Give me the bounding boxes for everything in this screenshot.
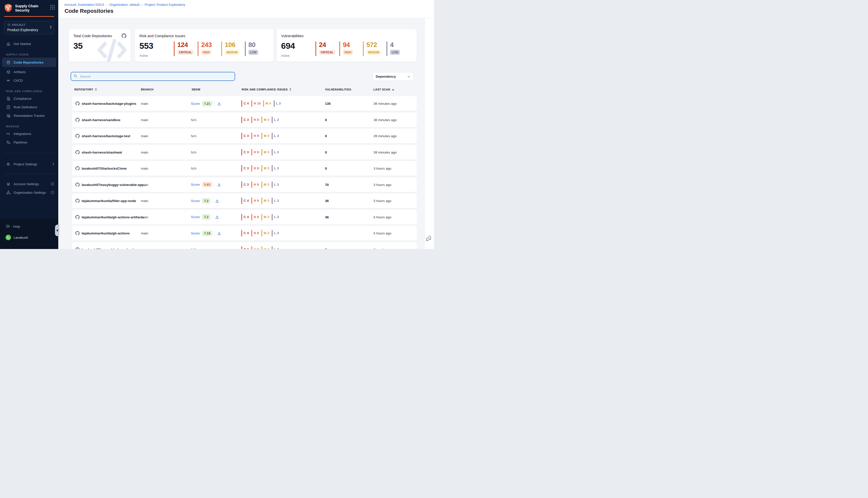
- sidebar-item-pipelines[interactable]: Pipelines: [0, 138, 58, 146]
- table-row[interactable]: tejakummarikuntla/gh-actions-artifacts m…: [72, 210, 417, 224]
- sbom-score-link[interactable]: Score: [191, 215, 200, 219]
- cube-icon: [7, 23, 11, 27]
- table-row[interactable]: shash-harness/backstage-plugins main Sco…: [72, 96, 417, 111]
- severity-chip: M 3: [262, 149, 269, 156]
- download-sbom-icon[interactable]: [217, 102, 221, 106]
- last-scan-cell: 3 hours ago: [373, 167, 391, 170]
- sbom-score-link[interactable]: Score: [191, 199, 200, 203]
- repo-name: tejakummarikuntla/gh-actions-artifacts: [82, 215, 144, 219]
- download-sbom-icon[interactable]: [215, 199, 219, 203]
- search-input[interactable]: [79, 74, 232, 79]
- severity-chip-label: C 4: [244, 215, 249, 219]
- severity-chip: H 9: [251, 246, 259, 249]
- branch-cell: main: [141, 102, 148, 106]
- table-row[interactable]: tejakummarikuntla/gh-actions main Score7…: [72, 226, 417, 240]
- severity-column: 80 LOW: [245, 41, 258, 56]
- sidebar-item-project-settings[interactable]: ⚙ Project Settings: [0, 160, 58, 168]
- severity-chip: M 4: [263, 100, 271, 107]
- severity-chip: L 3: [272, 214, 279, 220]
- download-sbom-icon[interactable]: [215, 215, 219, 219]
- severity-bar: [251, 197, 252, 204]
- github-icon: [75, 166, 80, 171]
- sidebar-item-integrations[interactable]: Integrations: [0, 129, 58, 138]
- sidebar-item-artifacts[interactable]: Artifacts: [0, 68, 58, 76]
- table-row[interactable]: lavakush07/easybuggy-vulnerable-app... m…: [72, 178, 417, 192]
- sidebar-collapse-handle[interactable]: [55, 225, 59, 236]
- table-row[interactable]: tejakummarikuntla/filler-app-node main S…: [72, 194, 417, 208]
- severity-chip: H 9: [251, 230, 259, 236]
- table-rows: shash-harness/backstage-plugins main Sco…: [72, 96, 417, 249]
- last-scan-cell: 36 minutes ago: [373, 102, 397, 106]
- severity-chip: H 10: [251, 100, 261, 107]
- severity-chip-label: C 4: [244, 102, 249, 105]
- sidebar-item-account-settings[interactable]: Account Settings: [0, 180, 58, 188]
- divider: [215, 182, 215, 188]
- severity-columns: 24 CRITICAL 94 HIGH 572 MEDIUM 4 LOW: [277, 29, 417, 62]
- sidebar-item-cicd[interactable]: ∞ CI/CD: [0, 76, 58, 85]
- sbom-score-link[interactable]: Score: [191, 183, 200, 186]
- breadcrumb-link[interactable]: Project: Product Exploratory: [145, 3, 185, 6]
- card-title: Total Code Repositories: [74, 34, 112, 38]
- column-header-repository[interactable]: REPOSITORY: [74, 88, 97, 91]
- sidebar-item-help[interactable]: ? Help: [0, 222, 58, 231]
- severity-bar: [241, 230, 242, 236]
- repo-name: shash-harness/sandbox: [82, 118, 121, 122]
- severity-chip: M 3: [262, 181, 269, 188]
- table-row[interactable]: shash-harness/backstage-test main N/A C …: [72, 129, 417, 143]
- app-switcher-icon[interactable]: [50, 5, 55, 10]
- download-sbom-icon[interactable]: [217, 183, 221, 186]
- branch-cell: main: [141, 183, 148, 186]
- support-chat-icon[interactable]: [426, 235, 432, 243]
- filter-dropdown[interactable]: Dependency: [373, 72, 414, 81]
- breadcrumb-link[interactable]: Account: Automation-SSCA: [64, 3, 104, 6]
- card-risk-issues: Risk and Compliance Issues 553 Active 12…: [135, 29, 274, 62]
- issues-cell: C 3 H 9 M 4 L 3: [241, 246, 279, 249]
- severity-chip-label: M 4: [264, 118, 269, 122]
- vulnerability-count: 70: [325, 183, 329, 186]
- sidebar-item-code-repositories[interactable]: Code Repositories: [2, 57, 56, 67]
- sbom-na: N/A: [191, 118, 197, 122]
- sidebar-item-remediation-tracker[interactable]: Remediation Tracker: [0, 111, 58, 120]
- table-row[interactable]: lavakush07/argocd-hub-spoke-demo main N/…: [72, 242, 417, 249]
- download-sbom-icon[interactable]: [217, 232, 221, 235]
- severity-count: 572: [366, 41, 381, 48]
- column-header-risk-issues[interactable]: RISK AND COMPLIANCE ISSUES: [242, 88, 291, 91]
- severity-chip: C 3: [241, 181, 249, 188]
- info-icon[interactable]: [51, 191, 54, 194]
- table-row[interactable]: lavakush07/StarbucksClone main N/A C 3 H…: [72, 161, 417, 175]
- user-menu[interactable]: L Lavakush: [0, 233, 58, 242]
- severity-badge: MEDIUM: [225, 50, 239, 55]
- sidebar-item-compliance[interactable]: Compliance: [0, 94, 58, 103]
- sidebar-item-rule-definitions[interactable]: Rule Definitions: [0, 103, 58, 111]
- column-header-last-scan[interactable]: LAST SCAN: [373, 88, 394, 91]
- sidebar-item-label: Project Settings: [14, 162, 37, 166]
- info-icon[interactable]: [51, 182, 54, 186]
- project-selector[interactable]: PROJECT Product Exploratory: [4, 21, 54, 35]
- issues-cell: C 4 H 9 M 3 L 3: [241, 230, 279, 236]
- table-row[interactable]: shash-harness/sandbox main N/A C 3 H 8 M…: [72, 113, 417, 127]
- severity-bar: [262, 214, 262, 220]
- vulnerability-count: 36: [325, 215, 329, 219]
- severity-column: 572 MEDIUM: [363, 41, 381, 56]
- sidebar-item-organization-settings[interactable]: Organization Settings: [0, 188, 58, 197]
- sbom-score-link[interactable]: Score: [191, 232, 200, 235]
- severity-bar: [272, 165, 272, 172]
- breadcrumb-link[interactable]: Organization: default: [109, 3, 139, 6]
- severity-bar: [272, 214, 272, 220]
- project-eyebrow-label: PROJECT: [12, 24, 26, 26]
- severity-chip-label: L 3: [274, 183, 279, 186]
- last-scan-cell: 39 minutes ago: [373, 134, 397, 138]
- severity-column: 24 CRITICAL: [316, 41, 335, 56]
- chevron-down-icon: [408, 76, 410, 78]
- issues-cell: C 4 H 10 M 4 L 3: [241, 100, 281, 107]
- severity-bar: [241, 117, 242, 123]
- severity-chip: H 8: [251, 117, 259, 123]
- severity-bar: [263, 100, 264, 107]
- severity-bar: [251, 246, 252, 249]
- severity-bar: [272, 197, 272, 204]
- sbom-score-link[interactable]: Score: [191, 102, 200, 106]
- severity-bar: [241, 149, 242, 156]
- severity-chip: M 3: [262, 197, 269, 204]
- sidebar-item-get-started[interactable]: Get Started: [0, 39, 58, 48]
- table-row[interactable]: shash-harness/shashwat main N/A C 3 H 8 …: [72, 145, 417, 159]
